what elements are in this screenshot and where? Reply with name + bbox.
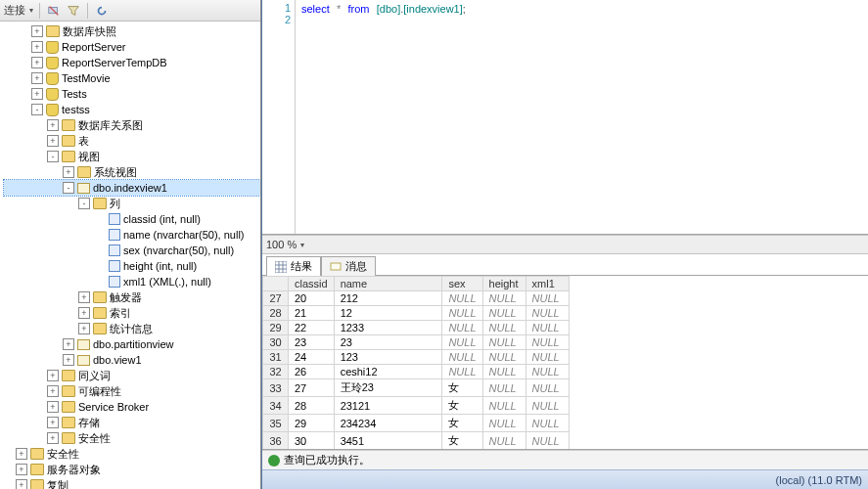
tree-node[interactable]: classid (int, null) — [4, 211, 260, 227]
tree-node[interactable]: +数据库快照 — [4, 23, 260, 39]
expand-icon[interactable]: + — [31, 57, 43, 68]
tree-node[interactable]: +服务器对象 — [4, 462, 260, 477]
cell[interactable]: 20 — [289, 291, 335, 306]
cell[interactable]: 22 — [289, 321, 335, 335]
tree-node[interactable]: +ReportServerTempDB — [4, 55, 260, 70]
row-header[interactable]: 33 — [263, 379, 289, 397]
cell[interactable]: NULL — [442, 365, 482, 379]
connect-dropdown-icon[interactable]: ▾ — [29, 6, 33, 15]
cell[interactable]: NULL — [482, 365, 525, 379]
cell[interactable]: 23 — [289, 335, 335, 350]
tree-node[interactable]: sex (nvarchar(50), null) — [4, 243, 260, 258]
expand-icon[interactable]: + — [47, 119, 59, 131]
table-row[interactable]: 302323NULLNULLNULL — [263, 335, 570, 350]
tree-node[interactable]: height (int, null) — [4, 258, 260, 274]
cell[interactable]: 女 — [442, 432, 482, 450]
cell[interactable]: 女 — [442, 379, 482, 397]
collapse-icon[interactable]: - — [47, 151, 59, 162]
table-row[interactable]: 29221233NULLNULLNULL — [263, 321, 570, 335]
table-row[interactable]: 282112NULLNULLNULL — [263, 306, 570, 321]
collapse-icon[interactable]: - — [31, 104, 43, 115]
cell[interactable]: 212 — [334, 291, 442, 306]
collapse-icon[interactable]: - — [63, 182, 74, 194]
table-row[interactable]: 3124123NULLNULLNULL — [263, 350, 570, 365]
cell[interactable]: 29 — [289, 415, 335, 432]
zoom-value[interactable]: 100 % — [266, 239, 297, 250]
cell[interactable]: ceshi12 — [334, 365, 442, 379]
column-header[interactable]: height — [482, 277, 525, 291]
table-row[interactable]: 36303451女NULLNULL — [263, 432, 570, 450]
expand-icon[interactable]: + — [78, 291, 90, 303]
disconnect-icon[interactable] — [46, 3, 62, 19]
table-row[interactable]: 342823121女NULLNULL — [263, 397, 570, 415]
cell[interactable]: NULL — [525, 321, 569, 335]
expand-icon[interactable]: + — [16, 464, 27, 475]
cell[interactable]: NULL — [525, 350, 569, 365]
tab-messages[interactable]: 消息 — [321, 256, 376, 276]
cell[interactable]: 28 — [289, 397, 335, 415]
cell[interactable]: 21 — [289, 306, 335, 321]
tree-node[interactable]: +Service Broker — [4, 399, 260, 415]
expand-icon[interactable]: + — [47, 401, 59, 413]
cell[interactable]: 1233 — [334, 321, 442, 335]
tree-node[interactable]: +TestMovie — [4, 70, 260, 86]
tree-node[interactable]: -列 — [4, 196, 260, 211]
table-row[interactable]: 2720212NULLNULLNULL — [263, 291, 570, 306]
tree-node[interactable]: +dbo.partitionview — [4, 336, 260, 352]
expand-icon[interactable]: + — [16, 479, 27, 489]
cell[interactable]: 23 — [334, 335, 442, 350]
tree-node[interactable]: +可编程性 — [4, 383, 260, 399]
table-row[interactable]: 3226ceshi12NULLNULLNULL — [263, 365, 570, 379]
expand-icon[interactable]: + — [31, 25, 43, 37]
tree-node[interactable]: +复制 — [4, 477, 260, 489]
cell[interactable]: NULL — [442, 321, 482, 335]
sql-text[interactable]: select * from [dbo].[indexview1]; — [296, 0, 868, 234]
cell[interactable]: NULL — [442, 306, 482, 321]
cell[interactable]: NULL — [525, 432, 569, 450]
row-header[interactable]: 34 — [263, 397, 289, 415]
row-header[interactable]: 35 — [263, 415, 289, 432]
tree-node[interactable]: +数据库关系图 — [4, 117, 260, 133]
tree-node[interactable]: +索引 — [4, 305, 260, 321]
expand-icon[interactable]: + — [63, 338, 74, 350]
expand-icon[interactable]: + — [47, 417, 59, 428]
tree-node[interactable]: +统计信息 — [4, 321, 260, 336]
cell[interactable]: NULL — [482, 291, 525, 306]
row-header[interactable]: 36 — [263, 432, 289, 450]
cell[interactable]: 3451 — [334, 432, 442, 450]
cell[interactable]: NULL — [482, 350, 525, 365]
expand-icon[interactable]: + — [63, 354, 74, 366]
expand-icon[interactable]: + — [31, 41, 43, 53]
tree-node[interactable]: +表 — [4, 133, 260, 149]
expand-icon[interactable]: + — [47, 370, 59, 381]
expand-icon[interactable]: + — [63, 166, 74, 178]
tree-node[interactable]: +触发器 — [4, 289, 260, 305]
cell[interactable]: NULL — [482, 321, 525, 335]
cell[interactable]: NULL — [482, 397, 525, 415]
filter-icon[interactable] — [66, 3, 81, 19]
tree-node[interactable]: +同义词 — [4, 368, 260, 383]
tree-node[interactable]: +系统视图 — [4, 164, 260, 180]
cell[interactable]: 26 — [289, 365, 335, 379]
cell[interactable]: NULL — [525, 379, 569, 397]
cell[interactable]: NULL — [442, 335, 482, 350]
connect-label[interactable]: 连接 — [4, 3, 25, 18]
expand-icon[interactable]: + — [16, 448, 27, 460]
row-header[interactable]: 30 — [263, 335, 289, 350]
sql-editor[interactable]: 12 select * from [dbo].[indexview1]; — [262, 0, 868, 235]
cell[interactable]: 234234 — [334, 415, 442, 432]
expand-icon[interactable]: + — [47, 432, 59, 444]
refresh-icon[interactable] — [94, 3, 110, 19]
tree-node[interactable]: -视图 — [4, 149, 260, 164]
expand-icon[interactable]: + — [47, 385, 59, 397]
cell[interactable]: 30 — [289, 432, 335, 450]
tree-node[interactable]: +存储 — [4, 415, 260, 430]
zoom-dropdown-icon[interactable]: ▾ — [300, 241, 304, 249]
cell[interactable]: NULL — [442, 350, 482, 365]
cell[interactable]: 123 — [334, 350, 442, 365]
cell[interactable]: 女 — [442, 397, 482, 415]
table-row[interactable]: 3327王玲23女NULLNULL — [263, 379, 570, 397]
expand-icon[interactable]: + — [31, 72, 43, 84]
column-header[interactable]: xml1 — [525, 277, 569, 291]
cell[interactable]: NULL — [525, 397, 569, 415]
